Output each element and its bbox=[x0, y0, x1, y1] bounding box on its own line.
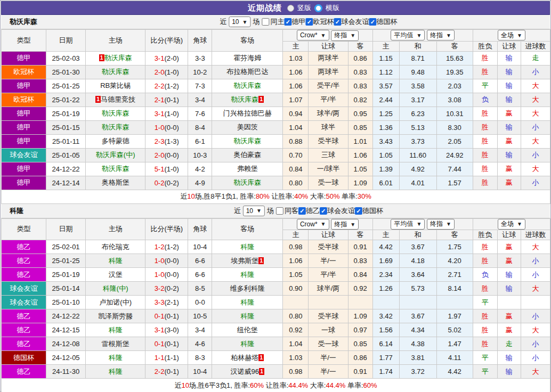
same-venue-checkbox[interactable] bbox=[262, 18, 269, 26]
summary-part: 让胜率: bbox=[264, 381, 288, 389]
summary-part: 场,胜8平1负1, 胜率: bbox=[195, 192, 256, 200]
away-team-name: 埃弗斯堡 bbox=[231, 257, 258, 265]
avg-home: 3.43 bbox=[372, 134, 399, 148]
result-handicap: 赢 bbox=[497, 162, 521, 176]
match-count-select[interactable]: 10▼ bbox=[229, 17, 250, 27]
score-cell: 5-1(1-0) bbox=[145, 162, 188, 176]
avg-draw: 8.71 bbox=[399, 51, 436, 65]
score-cell: 1-1(1-1) bbox=[145, 351, 188, 365]
page-title: 近期战绩 bbox=[248, 3, 282, 13]
avg-select-value: 平均值 bbox=[394, 219, 413, 228]
column-header: 主 bbox=[283, 230, 309, 240]
avg-select[interactable]: 平均值▼ bbox=[391, 30, 425, 40]
hcp-away-odds: 0.91 bbox=[348, 240, 372, 254]
league-checkbox-0[interactable]: ✓ bbox=[298, 207, 306, 215]
header-controls-row: 类型日期主场比分(半场)角球客场Crow*▼ 终指▼平均值▼ 终指▼全场▼ bbox=[2, 218, 550, 230]
avg-draw: 5.73 bbox=[399, 282, 436, 296]
result-handicap: 赢 bbox=[497, 309, 521, 323]
table-row: 德乙25-02-01布伦瑞克1-2(1-2)10-4科隆0.98受半球0.914… bbox=[2, 240, 550, 254]
summary-part: 30% bbox=[358, 192, 371, 200]
vertical-radio-label[interactable]: 竖版 bbox=[297, 3, 311, 13]
league-type-badge: 德乙 bbox=[2, 240, 46, 254]
column-header: 和 bbox=[399, 41, 436, 51]
result-goals: 小 bbox=[521, 65, 550, 79]
column-header: 客 bbox=[348, 41, 372, 51]
hcp-home-odds: 1.04 bbox=[283, 120, 309, 134]
chevron-down-icon: ▼ bbox=[446, 221, 451, 227]
column-header: 角球 bbox=[188, 30, 212, 52]
league-checkbox-3[interactable]: ✓ bbox=[369, 18, 376, 26]
fulltime-score: 1-1 bbox=[155, 354, 165, 362]
score-cell: 3-1(1-0) bbox=[145, 107, 188, 120]
avg-select[interactable]: 平均值▼ bbox=[391, 219, 425, 230]
fulltime-score: 2-1 bbox=[155, 96, 165, 104]
chevron-down-icon: ▼ bbox=[321, 221, 326, 227]
away-team: 霍芬海姆 bbox=[212, 51, 283, 65]
horizontal-radio[interactable] bbox=[314, 4, 322, 12]
league-checkbox-2[interactable]: ✓ bbox=[334, 18, 341, 26]
halftime-score: (1-3) bbox=[164, 137, 179, 145]
scope-select[interactable]: 全场▼ bbox=[498, 30, 525, 40]
hcp-away-odds: 0.85 bbox=[348, 120, 372, 134]
league-checkbox-1[interactable]: ✓ bbox=[305, 18, 313, 26]
result-goals: 小 bbox=[521, 351, 550, 365]
summary-text: 近10场,胜6平3负1, 胜率:60% 让胜率:44.4% 大率:44.4% 单… bbox=[2, 379, 550, 392]
score-cell: 1-0(0-0) bbox=[145, 254, 188, 268]
avg-home: 2.44 bbox=[372, 93, 399, 107]
avg-final-select[interactable]: 终指▼ bbox=[427, 219, 455, 230]
result-outcome: 胜 bbox=[473, 162, 497, 176]
hcp-home-odds: 1.03 bbox=[283, 351, 309, 365]
column-header: 客场 bbox=[212, 218, 283, 240]
title-bar: 近期战绩 竖版 横版 bbox=[1, 1, 550, 15]
horizontal-radio-label[interactable]: 横版 bbox=[326, 3, 339, 13]
avg-home: 1.69 bbox=[372, 254, 399, 268]
odds-final-select-value: 终指 bbox=[334, 220, 347, 229]
league-checkbox-1[interactable]: ✓ bbox=[320, 207, 327, 215]
avg-away: 19.35 bbox=[436, 65, 473, 79]
table-row: 德乙24-11-30科隆2-2(0-1)10-4汉诺威9610.98半/一0.9… bbox=[2, 365, 550, 379]
odds-final-select[interactable]: 终指▼ bbox=[331, 219, 359, 230]
fulltime-score: 3-1 bbox=[155, 326, 165, 334]
league-checkbox-0[interactable]: ✓ bbox=[284, 18, 291, 26]
match-count-select[interactable]: 10▼ bbox=[243, 206, 265, 216]
avg-home: 1.05 bbox=[372, 148, 399, 162]
corner-count: 10-5 bbox=[188, 309, 212, 323]
scope-select[interactable]: 全场▼ bbox=[498, 219, 525, 230]
fulltime-score: 3-2 bbox=[155, 284, 165, 292]
fulltime-score: 0-2 bbox=[155, 179, 165, 187]
result-handicap: 输 bbox=[497, 351, 521, 365]
league-type-badge: 德甲 bbox=[2, 176, 46, 190]
column-header: 主场 bbox=[86, 218, 145, 240]
vertical-radio[interactable] bbox=[287, 5, 294, 12]
table-row: 球会友谊25-01-05勒沃库森(中)2-0(0-0)10-3奥伯豪森0.70三… bbox=[2, 148, 550, 162]
home-team: 科隆 bbox=[86, 351, 145, 365]
home-team: 勒沃库森(中) bbox=[86, 148, 145, 162]
league-type-badge: 欧冠杯 bbox=[2, 65, 46, 79]
result-handicap: 输 bbox=[497, 365, 521, 379]
avg-away: 1.47 bbox=[436, 337, 473, 351]
match-date: 25-01-25 bbox=[46, 254, 86, 268]
score-cell: 3-3(2-1) bbox=[145, 296, 188, 309]
halftime-score: (0-0) bbox=[164, 124, 179, 132]
halftime-score: (0-1) bbox=[164, 312, 179, 320]
corner-count: 7-6 bbox=[188, 107, 212, 120]
home-team: 勒沃库森 bbox=[86, 65, 145, 79]
league-type-badge: 球会友谊 bbox=[2, 148, 46, 162]
league-checkbox-2[interactable]: ✓ bbox=[355, 207, 362, 215]
chevron-down-icon: ▼ bbox=[416, 221, 422, 227]
odds-source-select[interactable]: Crow*▼ bbox=[297, 30, 329, 40]
same-venue-checkbox[interactable] bbox=[276, 207, 283, 215]
corner-count: 10-4 bbox=[188, 365, 212, 379]
league-type-badge: 德国杯 bbox=[2, 351, 46, 365]
home-team: 1勒沃库森 bbox=[86, 51, 145, 65]
avg-draw: 4.01 bbox=[399, 176, 436, 190]
avg-group-header: 平均值▼ 终指▼ bbox=[372, 218, 473, 230]
avg-final-select[interactable]: 终指▼ bbox=[427, 30, 455, 40]
home-team-name: 马德里竞技 bbox=[101, 95, 135, 103]
odds-source-select[interactable]: Crow*▼ bbox=[297, 219, 329, 230]
odds-final-select[interactable]: 终指▼ bbox=[331, 30, 359, 41]
match-date: 25-01-05 bbox=[46, 148, 86, 162]
table-row: 德国杯24-12-05科隆1-1(1-1)8-3柏林赫塔11.03半/一0.86… bbox=[2, 351, 550, 365]
table-row: 德甲25-01-19勒沃库森3-1(1-0)7-6门兴格拉德巴赫0.94球半/两… bbox=[2, 107, 550, 120]
page: 近期战绩 竖版 横版 勒沃库森近10▼场同主✓德甲✓欧冠杯✓球会友谊✓德国杯类型… bbox=[0, 0, 551, 392]
